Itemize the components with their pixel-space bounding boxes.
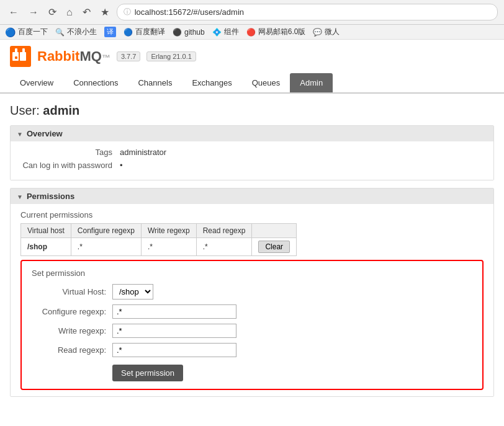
virtual-host-select[interactable]: /shop [112,284,153,300]
logo-rabbit-text: Rabbit [37,48,79,64]
overview-section-content: Tags administrator Can log in with passw… [11,141,493,180]
address-text: localhost:15672/#/users/admin [135,7,244,17]
back-button[interactable]: ← [6,6,21,19]
can-login-label: Can log in with password [20,161,120,170]
write-cell: .* [141,238,196,256]
logo-mq-text: MQ [79,48,101,64]
bookmark-button[interactable]: ★ [98,5,112,19]
bookmark-github-label: github [184,28,205,37]
permissions-table: Virtual host Configure regexp Write rege… [20,223,297,256]
configure-regexp-row: Configure regexp: [32,304,472,319]
bookmark-163mail[interactable]: 🔴 网易邮箱6.0版 [246,27,306,37]
page-title-user: admin [43,104,79,117]
col-write: Write regexp [141,224,196,238]
app-container: RabbitMQ™ 3.7.7 Erlang 21.0.1 Overview C… [0,40,504,414]
can-login-value: • [120,161,123,170]
address-bar[interactable]: ⓘ localhost:15672/#/users/admin [117,4,498,20]
reload-button[interactable]: ⟳ [46,5,59,19]
can-login-row: Can log in with password • [20,161,484,170]
baidu-icon: 🔵 [5,27,16,37]
svg-rect-2 [20,52,26,61]
logo-tm: ™ [102,53,110,63]
tab-channels[interactable]: Channels [128,73,182,92]
lock-icon: ⓘ [124,7,131,17]
component-icon: 💠 [212,28,222,37]
svg-rect-5 [15,56,17,59]
set-permission-title: Set permission [32,268,472,278]
bookmark-translate-icon[interactable]: 译 [104,27,116,37]
overview-header-label: Overview [27,129,63,138]
permissions-section-header[interactable]: Permissions [11,189,493,204]
write-form-label: Write regexp: [32,326,112,335]
read-regexp-row: Read regexp: [32,343,472,357]
permissions-toggle-icon [17,192,23,201]
overview-section-header[interactable]: Overview [11,126,493,141]
current-permissions-label: Current permissions [20,210,484,220]
overview-section: Overview Tags administrator Can log in w… [10,125,494,180]
home-button[interactable]: ⌂ [64,6,75,19]
virtual-host-row: Virtual Host: /shop [32,284,472,300]
bookmark-baidu[interactable]: 🔵 百度一下 [5,27,48,37]
set-permission-button[interactable]: Set permission [112,365,183,381]
bookmark-baidufanyi-label: 百度翻译 [135,27,165,37]
rabbitmq-logo-icon [10,46,31,67]
table-row: /shop .* .* .* Clear [21,238,297,256]
tab-admin[interactable]: Admin [290,73,333,92]
bookmark-163mail-label: 网易邮箱6.0版 [258,27,306,37]
page-title-prefix: User: [10,104,43,117]
bookmark-component-label: 组件 [224,27,239,37]
bookmark-github[interactable]: ⚫ github [173,28,205,37]
tab-exchanges[interactable]: Exchanges [182,73,241,92]
configure-form-label: Configure regexp: [32,307,112,316]
bulangs-icon: 🔍 [55,28,65,37]
tags-label: Tags [20,148,120,157]
logo-rabbit: RabbitMQ™ [37,48,110,64]
set-permission-section: Set permission Virtual Host: /shop Confi… [20,260,484,390]
tab-connections[interactable]: Connections [63,73,128,92]
clear-button[interactable]: Clear [258,241,290,253]
permissions-section: Permissions Current permissions Virtual … [10,188,494,397]
col-read: Read regexp [196,224,252,238]
bookmark-bulangs-label: 不浪小生 [67,27,97,37]
undo-button[interactable]: ↶ [80,5,93,19]
translate-icon: 译 [104,27,116,37]
svg-rect-4 [22,48,25,53]
col-configure: Configure regexp [71,224,141,238]
version-badge: 3.7.7 [117,51,140,61]
baidufanyi-icon: 🔵 [124,28,133,37]
vhost-cell: /shop [21,238,71,256]
configure-regexp-input[interactable] [112,304,236,319]
read-form-label: Read regexp: [32,345,112,355]
github-icon: ⚫ [173,28,182,37]
page-title: User: admin [10,104,494,118]
read-cell: .* [196,238,252,256]
action-cell: Clear [252,238,297,256]
bookmark-wechat[interactable]: 💬 微人 [313,27,340,37]
tab-overview[interactable]: Overview [10,73,63,92]
wechat-icon: 💬 [313,28,322,37]
configure-cell: .* [71,238,141,256]
tags-value: administrator [120,148,166,157]
bookmarks-bar: 🔵 百度一下 🔍 不浪小生 译 🔵 百度翻译 ⚫ github 💠 组件 🔴 网… [0,25,504,40]
overview-toggle-icon [17,129,23,138]
bookmark-baidu-label: 百度一下 [18,27,48,37]
main-content: User: admin Overview Tags administrator … [0,94,504,414]
tags-row: Tags administrator [20,148,484,157]
write-regexp-input[interactable] [112,324,236,338]
rabbitmq-logo: RabbitMQ™ 3.7.7 Erlang 21.0.1 [10,46,494,67]
mail-icon: 🔴 [246,28,256,37]
read-regexp-input[interactable] [112,343,236,357]
bookmark-bulangs[interactable]: 🔍 不浪小生 [55,27,97,37]
bookmark-component[interactable]: 💠 组件 [212,27,239,37]
col-virtual-host: Virtual host [21,224,71,238]
app-header: RabbitMQ™ 3.7.7 Erlang 21.0.1 [0,40,504,73]
erlang-badge: Erlang 21.0.1 [146,51,196,61]
bookmark-wechat-label: 微人 [325,27,340,37]
bookmark-baidufanyi[interactable]: 🔵 百度翻译 [124,27,165,37]
write-regexp-row: Write regexp: [32,324,472,338]
col-action [252,224,297,238]
nav-tabs: Overview Connections Channels Exchanges … [0,73,504,94]
permissions-header-label: Permissions [27,192,74,201]
tab-queues[interactable]: Queues [242,73,290,92]
forward-button[interactable]: → [26,6,41,19]
